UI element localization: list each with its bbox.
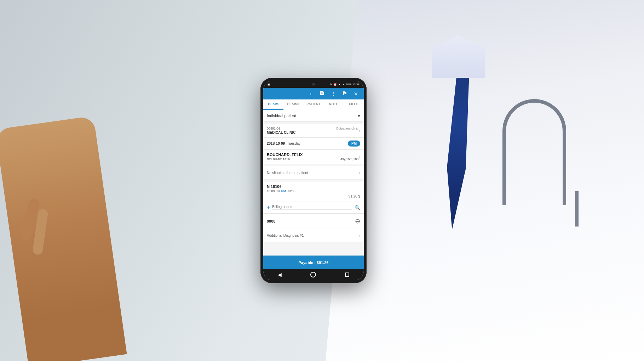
visit-time2: 13:38 [287,189,295,193]
home-nav-icon[interactable] [310,272,316,277]
clinic-name: MEDICAL CLINIC [267,131,358,134]
code-row: 0000 ⊖ [263,214,364,229]
alarm-icon: ⏰ [333,83,337,86]
signal-icon: ▲ [342,83,345,86]
more-menu-button[interactable]: ⋮ [330,91,337,97]
billing-codes-input[interactable] [272,205,352,210]
recents-nav-icon[interactable] [345,273,349,277]
search-icon[interactable]: 🔍 [355,205,360,210]
time-display: 13:38 [352,83,360,86]
situation-arrow-icon: › [358,170,360,176]
battery-text: 90% [346,83,351,86]
date-row: 2018-10-09 Tuesday PM [263,138,364,150]
save-button[interactable] [318,91,326,97]
app-toolbar: + ⋮ ✕ [263,88,364,99]
phone-wrapper: ▣ N ⏰ ▲ ▲ 90% 13:38 + ⋮ [260,78,367,283]
patient-id: BOUF94011419 [267,157,290,161]
patient-row[interactable]: BOUCHARD, FELIX BOUF94011419 49y,10m,18d… [263,150,364,164]
patient-type-row[interactable]: Individual patient ▾ [263,110,364,122]
patient-name: BOUCHARD, FELIX [267,153,358,157]
stethoscope-tube [575,191,579,227]
main-content: Individual patient ▾ 00881-01 Outpatient… [263,110,364,256]
stethoscope-bg [502,99,566,205]
phone-camera [312,83,315,86]
billing-codes-row: + 🔍 [263,201,364,214]
visit-amount: 91,26 $ [267,194,360,198]
notification-icon: N [330,83,332,86]
patient-id-row: BOUF94011419 49y,10m,18d [267,157,358,161]
status-left-icon: ▣ [268,83,270,86]
tab-claim-plus[interactable]: CLAIM+ [283,99,304,110]
period-badge[interactable]: PM [348,141,360,147]
back-nav-icon[interactable]: ◀ [278,272,282,277]
situation-label: No situation for the patient [267,171,308,175]
patient-arrow-icon: › [358,154,360,160]
visit-id: N 16106 [267,184,360,189]
visit-time: 10:09 [267,189,275,193]
tab-claim[interactable]: CLAIM [263,99,283,110]
situation-row[interactable]: No situation for the patient › [263,166,364,179]
clinic-type: Outpatient clinic [336,127,358,130]
nav-bar: ◀ [263,269,364,280]
visit-day: Tu [276,189,280,193]
diagnosis-arrow-icon: › [358,233,360,238]
tab-bar: CLAIM CLAIM+ PATIENT NOTE FILES [263,99,364,110]
close-button[interactable]: ✕ [352,91,360,97]
additional-diagnosis-row[interactable]: Additional Diagnosis #1 › [263,229,364,242]
wifi-icon: ▲ [338,83,341,86]
remove-code-icon[interactable]: ⊖ [355,217,360,225]
date-value: 2018-10-09 [267,142,285,145]
diagnosis-label: Additional Diagnosis #1 [267,234,304,237]
visit-details: 10:09 Tu PM 13:38 [267,189,360,193]
dropdown-arrow-icon: ▾ [358,113,360,119]
tab-patient[interactable]: PATIENT [304,99,324,110]
clinic-id: 00881-01 [267,127,280,130]
status-right-icons: N ⏰ ▲ ▲ 90% 13:38 [330,83,360,86]
billing-code-value: 0000 [267,219,275,223]
clinic-arrow-icon: › [358,128,360,133]
clinic-info: 00881-01 Outpatient clinic MEDICAL CLINI… [267,127,358,134]
payable-bar: Payable : $91.26 [263,256,364,269]
phone-screen: ▣ N ⏰ ▲ ▲ 90% 13:38 + ⋮ [263,81,364,280]
patient-info: BOUCHARD, FELIX BOUF94011419 49y,10m,18d [267,153,358,161]
tab-note[interactable]: NOTE [323,99,344,110]
clinic-row[interactable]: 00881-01 Outpatient clinic MEDICAL CLINI… [263,124,364,138]
add-button[interactable]: + [307,91,314,97]
visit-period: PM [281,189,286,193]
billing-add-icon[interactable]: + [267,204,270,211]
payable-label: Payable : $91.26 [298,260,328,265]
coat-bg [326,0,644,361]
phone-device: ▣ N ⏰ ▲ ▲ 90% 13:38 + ⋮ [260,78,367,283]
flag-button[interactable] [341,91,348,97]
tab-files[interactable]: FILES [344,99,364,110]
visit-info: N 16106 10:09 Tu PM 13:38 91,26 $ [263,182,364,201]
patient-type-label: Individual patient [267,114,296,118]
patient-age: 49y,10m,18d [340,157,358,161]
day-value: Tuesday [287,142,300,145]
